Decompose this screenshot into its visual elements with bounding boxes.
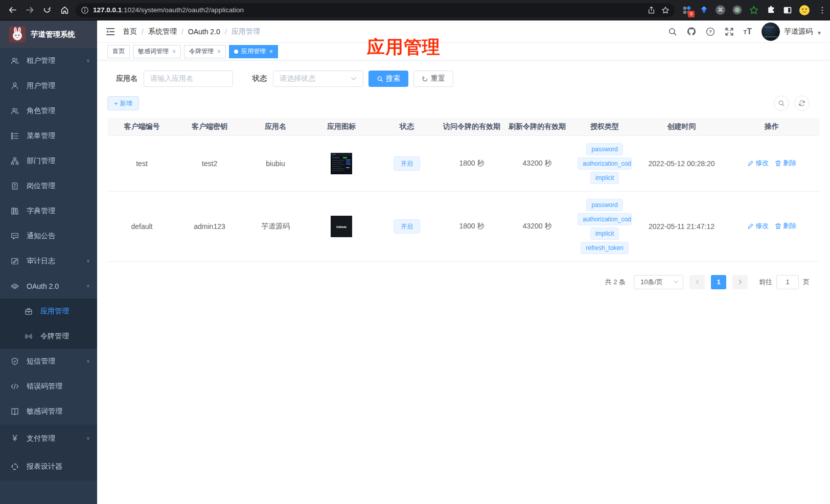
app-logo-bar[interactable]: 芋道管理系统 <box>0 20 97 48</box>
reset-button[interactable]: 重置 <box>413 71 453 87</box>
sidebar-item-dept[interactable]: 部门管理 <box>0 148 97 173</box>
site-info-icon[interactable] <box>81 6 89 14</box>
close-tab-icon[interactable]: × <box>217 49 221 55</box>
navbar-actions: ? TT 芋道源码 ▼ <box>668 22 822 41</box>
svg-text:?: ? <box>709 29 712 34</box>
app-icon-github: GitHub <box>331 216 352 237</box>
pagination: 共 2 条 10条/页 1 前往 页 <box>107 275 810 289</box>
prev-page-button[interactable] <box>689 275 705 289</box>
close-tab-icon[interactable]: × <box>172 49 176 55</box>
page-number-button[interactable]: 1 <box>711 275 726 289</box>
sidebar-item-pay[interactable]: ¥ 支付管理 ∨ <box>0 424 97 452</box>
delete-button[interactable]: 删除 <box>775 158 796 168</box>
sidebar-item-audit[interactable]: 审计日志 ∨ <box>0 248 97 273</box>
sidebar-item-dict[interactable]: 字典管理 <box>0 198 97 223</box>
pen-icon <box>747 223 754 230</box>
add-button[interactable]: + 新增 <box>107 96 139 110</box>
help-icon[interactable]: ? <box>706 27 715 36</box>
sidebar-item-user[interactable]: 用户管理 <box>0 73 97 98</box>
sidebar-item-oauth-application[interactable]: 应用管理 <box>0 299 97 324</box>
back-icon[interactable] <box>5 3 19 17</box>
sidebar-item-sensitive[interactable]: 敏感词管理 <box>0 399 97 424</box>
next-page-button[interactable] <box>732 275 748 289</box>
table-header-row: 客户端编号 客户端密钥 应用名 应用图标 状态 访问令牌的有效期 刷新令牌的有效… <box>107 118 820 135</box>
home-icon[interactable] <box>57 3 72 17</box>
extension-puzzle-icon[interactable] <box>766 5 776 15</box>
profile-avatar-icon[interactable] <box>799 5 810 15</box>
collapse-sidebar-icon[interactable] <box>105 27 116 37</box>
share-icon[interactable] <box>648 6 655 14</box>
col-status: 状态 <box>375 118 439 135</box>
status-badge: 开启 <box>394 219 420 234</box>
url-text: 127.0.0.1:1024/system/oauth2/oauth2/appl… <box>93 6 643 14</box>
bookmark-star-icon[interactable] <box>661 6 670 14</box>
search-icon[interactable] <box>668 27 677 36</box>
sidebar-item-errorcode[interactable]: 错误码管理 <box>0 374 97 399</box>
edit-button[interactable]: 修改 <box>747 158 769 168</box>
delete-button[interactable]: 删除 <box>775 221 796 231</box>
page-size-select[interactable]: 10条/页 <box>634 275 683 289</box>
extension-grid-icon[interactable]: 9 <box>682 5 692 15</box>
refresh-icon <box>798 100 805 107</box>
sidebar-item-role[interactable]: 角色管理 <box>0 98 97 123</box>
goto-label: 前往 <box>759 278 772 287</box>
app-name-input[interactable]: 请输入应用名 <box>144 71 233 87</box>
sidebar-item-oauth[interactable]: OAuth 2.0 ∧ <box>0 273 97 299</box>
sidebar-item-report[interactable]: 报表设计器 <box>0 452 97 480</box>
sidebar-item-sms[interactable]: 短信管理 ∨ <box>0 349 97 374</box>
goto-page-input[interactable] <box>776 275 799 289</box>
chevron-down-icon: ∨ <box>86 58 90 63</box>
app-name-label: 应用名 <box>116 74 137 83</box>
sidebar-item-oauth-token[interactable]: A 令牌管理 <box>0 324 97 349</box>
breadcrumb-system[interactable]: 系统管理 <box>148 27 177 36</box>
edit-button[interactable]: 修改 <box>747 221 769 231</box>
chevron-up-icon: ∧ <box>86 284 90 288</box>
robot-icon <box>11 282 19 290</box>
search-button[interactable]: 搜索 <box>368 71 408 87</box>
col-created-at: 创建时间 <box>639 118 724 135</box>
tab-home[interactable]: 首页 <box>107 45 130 58</box>
col-app-name: 应用名 <box>243 118 308 135</box>
font-size-icon[interactable]: TT <box>744 27 752 36</box>
tab-sensitive[interactable]: 敏感词管理 × <box>133 45 181 58</box>
extension-command-icon[interactable]: ⌘ <box>716 5 725 15</box>
fullscreen-icon[interactable] <box>725 27 734 36</box>
url-bar[interactable]: 127.0.0.1:1024/system/oauth2/oauth2/appl… <box>76 3 675 17</box>
chevron-down-icon: ∨ <box>86 359 90 363</box>
app-icon-dashboard-thumbnail <box>331 153 352 174</box>
extension-star-icon[interactable] <box>749 5 759 15</box>
shield-check-icon <box>11 357 19 365</box>
browser-menu-icon[interactable]: ⋮ <box>816 5 828 15</box>
extension-record-icon[interactable] <box>732 5 742 15</box>
breadcrumb-separator: / <box>181 28 183 36</box>
sidebar-bottom-section: ¥ 支付管理 ∨ 报表设计器 <box>0 424 97 480</box>
refresh-table-button[interactable] <box>794 96 810 111</box>
breadcrumb-separator: / <box>225 28 227 36</box>
close-tab-icon[interactable]: × <box>269 49 273 55</box>
breadcrumb-oauth[interactable]: OAuth 2.0 <box>188 28 220 36</box>
user-menu[interactable]: 芋道源码 ▼ <box>762 22 822 41</box>
status-select[interactable]: 请选择状态 <box>273 71 363 87</box>
app-logo <box>9 26 26 42</box>
browser-chrome: 127.0.0.1:1024/system/oauth2/oauth2/appl… <box>0 0 830 20</box>
app-window: 芋道管理系统 租户管理 ∨ 用户管理 角色管理 菜单管理 <box>0 20 830 504</box>
grant-type-tag: refresh_token <box>581 242 628 254</box>
reload-icon[interactable] <box>40 3 54 17</box>
segmented-circle-icon <box>11 463 19 471</box>
sidebar-item-post[interactable]: 岗位管理 <box>0 173 97 198</box>
token-signal-icon: A <box>25 332 33 340</box>
sidebar-item-notice[interactable]: 通知公告 <box>0 223 97 248</box>
user-avatar <box>762 22 780 41</box>
user-icon <box>11 82 19 90</box>
sidebar-item-tenant[interactable]: 租户管理 ∨ <box>0 48 97 73</box>
tab-token[interactable]: 令牌管理 × <box>184 45 226 58</box>
toggle-search-button[interactable] <box>774 96 789 111</box>
forward-icon[interactable] <box>22 3 37 17</box>
tab-application[interactable]: 应用管理 × <box>229 45 278 58</box>
extension-sidepanel-icon[interactable] <box>782 5 793 15</box>
breadcrumb-separator: / <box>142 28 144 36</box>
sidebar-item-menu[interactable]: 菜单管理 <box>0 123 97 148</box>
github-icon[interactable] <box>687 27 696 36</box>
extension-gem-icon[interactable] <box>699 5 709 15</box>
breadcrumb-home[interactable]: 首页 <box>123 27 137 36</box>
